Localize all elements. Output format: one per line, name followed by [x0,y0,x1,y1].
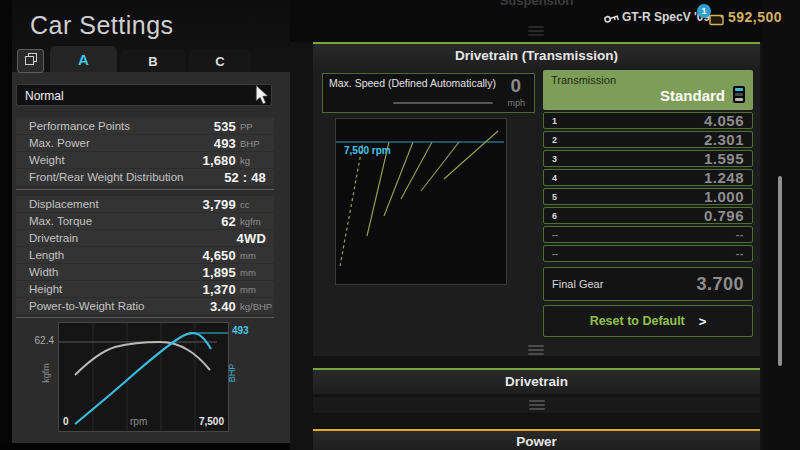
gear-row-4: 41.248 [543,169,753,186]
preset-dropdown[interactable]: Normal [16,84,272,106]
stat-row: Weight1,680kg [16,152,274,168]
divider [16,189,274,190]
gear-row-1: 14.056 [543,112,753,129]
x-axis-min-label: 0 [63,416,69,427]
final-gear-value: 3.700 [696,274,744,295]
page-title: Car Settings [30,11,174,40]
gear-row-6: 60.796 [543,207,753,224]
divider [16,317,274,318]
stat-row: Performance Points535PP [16,118,274,134]
drag-handle-icon[interactable] [528,345,544,355]
y-axis-right-unit: BHP [227,353,237,393]
gear-speed-chart: 7,500 rpm [335,118,507,285]
y-axis-left-unit: kgfm [41,353,51,393]
stat-row: Drivetrain4WD [16,230,274,246]
max-speed-panel[interactable]: Max. Speed (Defined Automatically) 0 mph [322,73,535,113]
stat-row: Displacement3,799cc [16,196,274,212]
max-speed-unit: mph [507,98,525,108]
final-gear-label: Final Gear [552,278,603,290]
section-power-header[interactable]: Power [313,431,760,450]
stat-row: Max. Torque62kgfm [16,213,274,229]
pointer-cursor-icon [254,85,270,109]
gear-row-5: 51.000 [543,188,753,205]
tab-b[interactable]: B [120,50,186,72]
scrollbar[interactable] [778,176,782,366]
stat-row: Max. Power493BHP [16,135,274,151]
reset-to-default-button[interactable]: Reset to Default > [543,305,753,337]
copy-icon [24,52,38,70]
credits-icon [709,12,725,30]
stats-primary-list: Performance Points535PP Max. Power493BHP… [16,118,274,186]
stat-row: Width1,895mm [16,264,274,280]
transmission-label: Transmission [551,74,616,86]
car-settings-screen: Car Settings A B C Normal Performance Po… [0,0,800,450]
section-transmission-header[interactable]: Drivetrain (Transmission) [313,44,760,68]
copy-settings-button[interactable] [17,49,44,73]
drag-handle-icon[interactable] [529,400,545,410]
gear-row-7: ---- [543,226,753,243]
credits-value: 592,500 [728,9,782,25]
redline-rpm-label: 7,500 rpm [344,145,391,156]
max-speed-slider[interactable] [393,102,493,104]
gear-row-3: 31.595 [543,150,753,167]
final-gear-row: Final Gear 3.700 [543,267,753,301]
max-speed-label: Max. Speed (Defined Automatically) [329,77,496,89]
bottom-bar [0,443,290,450]
power-peak-label: 493 [232,325,249,336]
x-axis-label: rpm [130,416,147,427]
transmission-selector[interactable]: Transmission Standard [543,70,753,110]
tab-c[interactable]: C [189,50,251,72]
torque-peak-label: 62.4 [28,335,54,346]
stat-row: Front/Rear Weight Distribution52 : 48 [16,169,274,185]
stat-row: Height1,370mm [16,281,274,297]
max-speed-value: 0 [510,75,521,97]
tab-a[interactable]: A [50,46,117,72]
chevron-right-icon: > [699,314,707,329]
stats-secondary-list: Displacement3,799cc Max. Torque62kgfm Dr… [16,196,274,315]
gear-row-8: ---- [543,245,753,262]
section-drivetrain-header[interactable]: Drivetrain [313,370,760,394]
drivetrain-subrow [313,397,760,413]
drag-handle-icon [528,26,544,36]
section-suspension-title[interactable]: Suspension [313,0,760,8]
gear-row-2: 22.301 [543,131,753,148]
transmission-value: Standard [660,87,725,104]
left-edge-strip [0,0,12,450]
stat-row: Length4,650mm [16,247,274,263]
list-selector-icon [733,86,745,103]
x-axis-max-label: 7,500 [192,416,224,427]
stat-row: Power-to-Weight Ratio3.40kg/BHP [16,298,274,314]
